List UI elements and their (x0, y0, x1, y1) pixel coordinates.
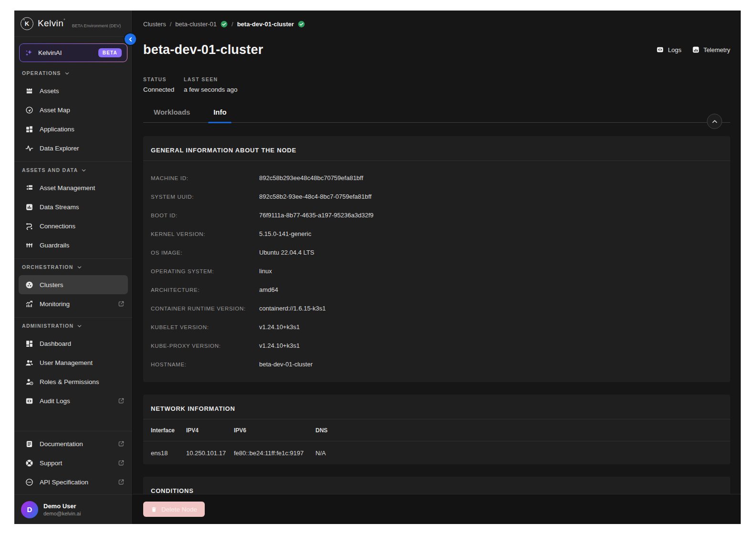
external-link-icon (118, 440, 125, 447)
sidebar-item-assets[interactable]: Assets (19, 81, 128, 100)
sidebar-item-user-management[interactable]: User Management (19, 353, 128, 372)
user-menu[interactable]: D Demo User demo@kelvin.ai (14, 494, 132, 524)
breadcrumb-separator: / (231, 21, 233, 28)
api-specification-icon (25, 478, 33, 486)
check-circle-icon (298, 21, 305, 28)
kelvinai-border: KelvinAI BETA (19, 43, 127, 62)
sidebar-item-roles-permissions[interactable]: Roles & Permissions (19, 372, 128, 391)
breadcrumb-separator: / (170, 21, 172, 28)
documentation-icon (25, 440, 33, 448)
audit-logs-icon (25, 397, 33, 405)
sidebar-section-operations: OPERATIONSAssetsAsset MapApplicationsDat… (14, 65, 132, 161)
tab-workloads[interactable]: Workloads (148, 108, 196, 122)
telemetry-button[interactable]: Telemetry (692, 46, 730, 54)
sidebar-item-data-streams[interactable]: Data Streams (19, 197, 128, 216)
dashboard-icon (25, 340, 33, 348)
footer-action-bar: Delete Node (133, 494, 741, 524)
chevron-left-icon (127, 36, 134, 43)
sidebar-collapse-button[interactable] (125, 33, 136, 45)
chevron-down-icon (81, 168, 86, 173)
general-info-card: GENERAL INFORMATION ABOUT THE NODE MACHI… (143, 136, 730, 382)
general-info-fields: MACHINE ID:892c58b293ee48c48bc70759efa81… (143, 161, 730, 382)
column-header-ipv6: IPV6 (234, 427, 315, 434)
monitoring-icon (25, 300, 33, 308)
sidebar-item-api-specification[interactable]: API Specification (19, 472, 128, 492)
info-field-hostname: HOSTNAME:beta-dev-01-cluster (143, 355, 730, 374)
sparkle-icon (25, 49, 33, 57)
info-field-kubelet-version: KUBELET VERSION:v1.24.10+k3s1 (143, 318, 730, 336)
user-name: Demo User (43, 503, 81, 510)
beta-badge: BETA (98, 48, 122, 57)
nav-spacer (14, 414, 132, 431)
sidebar-item-kelvinai[interactable]: KelvinAI BETA (20, 44, 127, 62)
sidebar-item-applications[interactable]: Applications (19, 119, 128, 139)
sidebar-item-data-explorer[interactable]: Data Explorer (19, 139, 128, 158)
info-field-container-runtime-version: CONTAINER RUNTIME VERSION:containerd://1… (143, 299, 730, 318)
scroll-top-button[interactable] (707, 114, 722, 129)
delete-node-button[interactable]: Delete Node (143, 502, 205, 517)
conditions-title: CONDITIONS (143, 477, 730, 494)
data-streams-icon (25, 203, 33, 211)
sidebar-sections: OPERATIONSAssetsAsset MapApplicationsDat… (14, 65, 132, 414)
info-field-kernel-version: KERNEL VERSION:5.15.0-141-generic (143, 225, 730, 243)
guardrails-icon (25, 241, 33, 249)
sidebar-item-guardrails[interactable]: Guardrails (19, 235, 128, 255)
table-row: ens1810.250.101.17fe80::be24:11ff:fe1c:9… (143, 441, 730, 464)
network-table-body: ens1810.250.101.17fe80::be24:11ff:fe1c:9… (143, 441, 730, 464)
avatar: D (21, 501, 38, 518)
sidebar-item-clusters[interactable]: Clusters (19, 275, 128, 294)
environment-label: BETA Environment (DEV) (72, 23, 121, 28)
sidebar-section-administration: ADMINISTRATIONDashboardUser ManagementRo… (14, 317, 132, 414)
status-label: STATUS (143, 76, 184, 83)
chevron-down-icon (77, 323, 82, 329)
clusters-icon (25, 281, 33, 289)
sidebar-item-support[interactable]: Support (19, 453, 128, 472)
external-link-icon (118, 300, 125, 307)
breadcrumb-item-beta-cluster-01[interactable]: beta-cluster-01 (175, 21, 217, 28)
info-field-boot-id: BOOT ID:76f9111a-8b77-4635-a197-95236a3d… (143, 206, 730, 225)
sidebar-item-connections[interactable]: Connections (19, 216, 128, 235)
delete-node-label: Delete Node (161, 506, 197, 513)
last-seen-label: LAST SEEN (184, 76, 238, 83)
general-info-title: GENERAL INFORMATION ABOUT THE NODE (143, 136, 730, 161)
status-column: STATUS Connected (143, 76, 184, 94)
info-field-architecture: ARCHITECTURE:amd64 (143, 280, 730, 299)
chevron-down-icon (64, 71, 70, 76)
sidebar-item-audit-logs[interactable]: Audit Logs (19, 391, 128, 410)
external-link-icon (118, 397, 125, 404)
logs-button[interactable]: Logs (656, 46, 681, 54)
section-header-orchestration[interactable]: ORCHESTRATION (14, 259, 132, 275)
assets-icon (25, 87, 33, 95)
sidebar-item-dashboard[interactable]: Dashboard (19, 334, 128, 353)
section-header-administration[interactable]: ADMINISTRATION (14, 318, 132, 334)
chevron-down-icon (77, 265, 82, 270)
brand-name: Kelvin° (38, 18, 65, 29)
sidebar-item-asset-map[interactable]: Asset Map (19, 100, 128, 119)
sidebar-item-asset-management[interactable]: Asset Management (19, 178, 128, 197)
breadcrumb-item-beta-dev-01-cluster[interactable]: beta-dev-01-cluster (237, 21, 294, 28)
section-header-operations[interactable]: OPERATIONS (14, 65, 132, 81)
last-seen-value: a few seconds ago (184, 86, 238, 94)
check-circle-icon (220, 21, 228, 28)
sidebar-bottom-links: DocumentationSupportAPI Specification (14, 431, 132, 494)
main-panel: Clusters/beta-cluster-01/beta-dev-01-clu… (133, 11, 741, 524)
chevron-up-icon (711, 118, 718, 125)
external-link-icon (118, 479, 125, 485)
breadcrumb-item-clusters[interactable]: Clusters (143, 21, 166, 28)
network-table-header: InterfaceIPV4IPV6DNS (143, 419, 730, 441)
sidebar-item-documentation[interactable]: Documentation (19, 434, 128, 453)
sidebar: K Kelvin° BETA Environment (DEV) KelvinA… (14, 11, 133, 524)
brand-logo[interactable]: K Kelvin° BETA Environment (DEV) (14, 11, 132, 37)
user-email: demo@kelvin.ai (43, 511, 81, 516)
info-field-system-uuid: SYSTEM UUID:892c58b2-93ee-48c4-8bc7-0759… (143, 187, 730, 206)
data-explorer-icon (25, 144, 33, 152)
kelvin-logo-icon: K (21, 17, 33, 30)
column-header-interface: Interface (151, 427, 186, 434)
sidebar-nav: OPERATIONSAssetsAsset MapApplicationsDat… (14, 62, 132, 494)
section-header-assets-and-data[interactable]: ASSETS AND DATA (14, 162, 132, 178)
sidebar-section-orchestration: ORCHESTRATIONClustersMonitoring (14, 258, 132, 317)
sidebar-item-monitoring[interactable]: Monitoring (19, 294, 128, 313)
tab-info[interactable]: Info (202, 108, 237, 122)
info-field-os-image: OS IMAGE:Ubuntu 22.04.4 LTS (143, 243, 730, 262)
connections-icon (25, 222, 33, 230)
